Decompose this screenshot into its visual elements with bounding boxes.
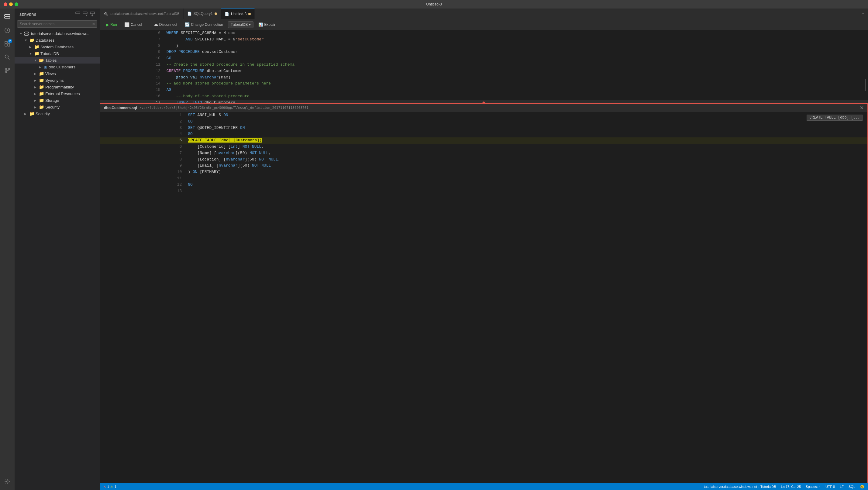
tutorialdb-icon: 📁 [34,51,39,56]
security-server-label: Security [36,112,50,116]
peek-line-3: 3 SET QUOTED_IDENTIFIER ON [100,125,867,131]
tree-tables[interactable]: ▼ 📂 Tables [14,57,100,64]
status-smiley[interactable]: 🙂 [860,485,864,489]
dropdown-arrow-icon: ▾ [249,23,251,27]
disconnect-button[interactable]: ⏏ Disconnect [152,21,180,28]
maximize-button[interactable] [14,2,18,6]
minimize-button[interactable] [9,2,13,6]
tree-security-db[interactable]: ▶ 📁 Security [14,104,100,110]
status-eol[interactable]: LF [840,485,844,488]
tree-programmability[interactable]: ▶ 📁 Programmability [14,84,100,90]
run-button[interactable]: ▶ Run [103,21,119,28]
peek-close-button[interactable]: ✕ [860,105,864,111]
tree-external-resources[interactable]: ▶ 📁 External Resources [14,90,100,97]
tree-tutorialdb[interactable]: ▼ 📁 TutorialDB [14,50,100,57]
tree-views[interactable]: ▶ 📁 Views [14,70,100,77]
tree-arrow-security-db: ▶ [34,105,39,109]
settings-activity-icon[interactable] [1,476,13,488]
tree-arrow-databases: ▼ [24,39,29,42]
svg-rect-5 [5,41,7,43]
add-server-icon[interactable] [90,11,95,17]
peek-path: /var/folders/9p/x5j8hphj42x95f26rn6r_gc4… [140,106,308,110]
database-selector[interactable]: TutorialDB ▾ [228,21,253,28]
search-clear-icon[interactable]: ✕ [92,22,95,26]
peek-line-11: 11 [100,175,867,182]
tree-system-databases[interactable]: ▶ 📁 System Databases [14,43,100,50]
status-right: tutorialserver.database.windows.net : Tu… [704,485,864,489]
synonyms-label: Synonyms [45,78,64,83]
tab-more-button[interactable]: ··· [857,11,868,17]
search-box[interactable]: ✕ [17,20,97,28]
peek-line-4: 4 GO [100,131,867,137]
programmability-folder-icon: 📁 [39,85,44,89]
tree-databases[interactable]: ▼ 📁 Databases [14,37,100,43]
connections-badge: 2 [8,39,12,43]
peek-panel: dbo.Customers.sql /var/folders/9p/x5j8hp… [100,103,868,483]
servers-activity-icon[interactable] [1,11,13,23]
peek-code-editor[interactable]: CREATE TABLE [dbo].[... 1 SET ANSI_NULLS… [100,112,867,483]
tree-customers-table[interactable]: ▶ ⊞ dbo.Customers [14,64,100,70]
cancel-button[interactable]: ⬜ Cancel [122,21,144,28]
synonyms-folder-icon: 📁 [39,78,44,83]
sidebar-title: SERVERS [20,13,36,17]
peek-line-9: 9 [Email] [nvarchar](50) NOT NULL [100,163,867,169]
tree-synonyms[interactable]: ▶ 📁 Synonyms [14,77,100,84]
tree-storage[interactable]: ▶ 📁 Storage [14,97,100,104]
table-icon: ⊞ [44,64,48,69]
databases-folder-icon: 📁 [29,38,34,42]
peek-code-lines: 1 SET ANSI_NULLS ON 2 GO 3 SET QUOTED_ID… [100,112,867,194]
cancel-label: Cancel [131,23,142,27]
disconnect-icon: ⏏ [154,22,158,27]
status-sep: : [758,485,759,488]
status-server-db[interactable]: tutorialserver.database.windows.net : Tu… [704,485,776,488]
sqlquery1-tab-label: SQLQuery1 [194,11,213,16]
scroll-indicator [865,79,866,91]
editor-area: 6 WHERE SPECIFIC_SCHEMA = N dbo 7 AND SP… [100,30,868,483]
explain-button[interactable]: 📊 Explain [256,22,278,28]
status-errors[interactable]: ✕ 1 ⚠ 1 [103,485,116,489]
tree-server-node[interactable]: ▼ tutorialserver.database.windows... [14,30,100,37]
programmability-label: Programmability [45,85,74,89]
change-connection-button[interactable]: 🔄 Change Connection [182,21,225,28]
security-db-folder-icon: 📁 [39,104,44,110]
window-controls[interactable] [4,2,18,6]
system-databases-icon: 📁 [34,44,39,49]
sidebar-header: SERVERS [14,8,100,19]
status-position[interactable]: Ln 17, Col 25 [781,485,801,488]
close-button[interactable] [4,2,7,6]
views-label: Views [45,71,56,76]
code-line-14: 14 -- add more stored procedure paramete… [100,81,868,87]
tree-arrow-tutorialdb: ▼ [29,52,34,55]
warning-count: 1 [115,485,116,488]
security-db-label: Security [45,105,60,110]
tab-sqlquery1[interactable]: 📄 SQLQuery1 [184,8,221,19]
status-spaces[interactable]: Spaces: 4 [806,485,820,488]
connections-activity-icon[interactable]: 2 [1,38,13,50]
status-encoding[interactable]: UTF-8 [826,485,835,488]
external-resources-label: External Resources [45,91,80,96]
status-language[interactable]: SQL [848,485,855,488]
svg-point-13 [7,481,8,482]
change-connection-icon: 🔄 [184,22,190,27]
search-input[interactable] [17,20,97,28]
connection-bar: ▶ Run ⬜ Cancel | ⏏ Disconnect 🔄 Change C… [100,19,868,30]
tree-security-server[interactable]: ▶ 📁 Security [14,110,100,117]
svg-point-25 [28,34,28,35]
untitled3-tab-icon: 📄 [225,12,229,16]
security-server-folder-icon: 📁 [29,111,34,116]
tab-connection[interactable]: 🔌 tutorialserver.database.windows.net:Tu… [100,8,184,19]
tab-untitled3[interactable]: 📄 Untitled-3 [221,8,255,19]
code-line-11: 11 -- Create the stored procedure in the… [100,62,868,68]
new-connection-icon[interactable] [75,11,80,17]
history-activity-icon[interactable] [1,24,13,36]
tree-arrow-synonyms: ▶ [34,79,39,82]
disconnect-icon[interactable] [83,11,88,17]
warning-icon: ⚠ [110,485,113,489]
peek-line-13: 13 [100,188,867,194]
peek-triangle [482,101,486,104]
tree-arrow-sysdb: ▶ [29,45,34,49]
source-control-activity-icon[interactable] [1,64,13,76]
sqlquery1-unsaved-dot [215,12,217,15]
tab-bar: 🔌 tutorialserver.database.windows.net:Tu… [100,8,868,19]
search-activity-icon[interactable] [1,51,13,63]
